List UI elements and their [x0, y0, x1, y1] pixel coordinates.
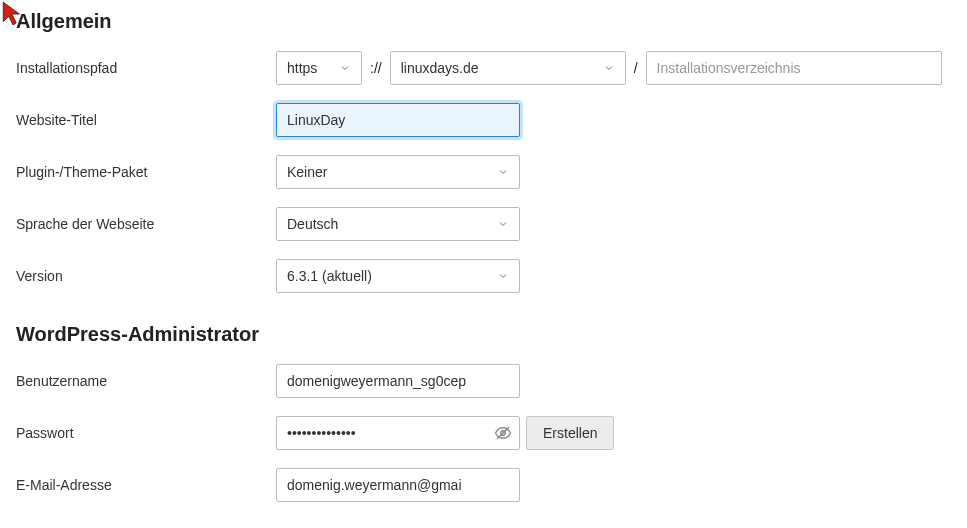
- label-language: Sprache der Webseite: [16, 216, 276, 232]
- label-password: Passwort: [16, 425, 276, 441]
- generate-password-button[interactable]: Erstellen: [526, 416, 614, 450]
- chevron-down-icon: [603, 62, 615, 74]
- label-email: E-Mail-Adresse: [16, 477, 276, 493]
- eye-off-icon[interactable]: [494, 424, 512, 442]
- plugin-theme-select[interactable]: Keiner: [276, 155, 520, 189]
- chevron-down-icon: [497, 270, 509, 282]
- plugin-theme-value: Keiner: [287, 164, 335, 180]
- path-separator: /: [632, 60, 640, 76]
- section-title-admin: WordPress-Administrator: [16, 323, 951, 346]
- scheme-separator: ://: [368, 60, 384, 76]
- chevron-down-icon: [497, 166, 509, 178]
- label-plugin-theme: Plugin-/Theme-Paket: [16, 164, 276, 180]
- label-install-path: Installationspfad: [16, 60, 276, 76]
- domain-value: linuxdays.de: [401, 60, 487, 76]
- username-input[interactable]: [276, 364, 520, 398]
- password-input[interactable]: [276, 416, 520, 450]
- domain-select[interactable]: linuxdays.de: [390, 51, 626, 85]
- language-value: Deutsch: [287, 216, 346, 232]
- email-input[interactable]: [276, 468, 520, 502]
- label-version: Version: [16, 268, 276, 284]
- version-value: 6.3.1 (aktuell): [287, 268, 380, 284]
- website-title-input[interactable]: [276, 103, 520, 137]
- version-select[interactable]: 6.3.1 (aktuell): [276, 259, 520, 293]
- chevron-down-icon: [339, 62, 351, 74]
- section-title-general: Allgemein: [16, 10, 951, 33]
- install-dir-input[interactable]: [646, 51, 942, 85]
- protocol-select[interactable]: https: [276, 51, 362, 85]
- chevron-down-icon: [497, 218, 509, 230]
- language-select[interactable]: Deutsch: [276, 207, 520, 241]
- protocol-value: https: [287, 60, 325, 76]
- label-username: Benutzername: [16, 373, 276, 389]
- label-website-title: Website-Titel: [16, 112, 276, 128]
